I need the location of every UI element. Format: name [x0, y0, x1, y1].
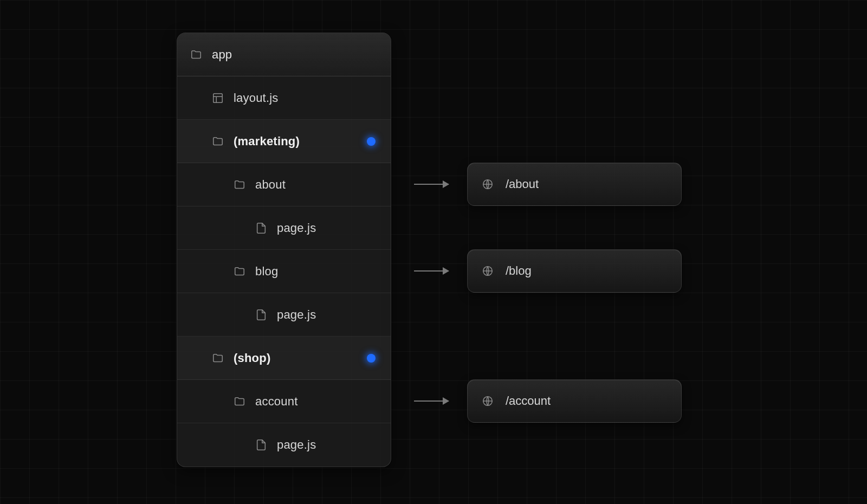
route-path: /account [506, 394, 551, 408]
tree-item-label: page.js [277, 438, 316, 452]
route-group-dot-icon [367, 137, 376, 146]
arrow-icon [414, 400, 449, 402]
globe-icon [482, 395, 494, 407]
arrow-icon [414, 270, 449, 272]
tree-item-label: page.js [277, 221, 316, 235]
tree-row-account: account [177, 380, 391, 423]
globe-icon [482, 178, 494, 190]
tree-item-label: page.js [277, 308, 316, 322]
diagram-stage: app layout.js (marketing) about p [0, 0, 867, 504]
tree-row-shop: (shop) [177, 337, 391, 380]
folder-icon [190, 49, 202, 61]
tree-item-label: (marketing) [234, 134, 300, 148]
tree-item-label: (shop) [234, 351, 270, 365]
tree-item-label: blog [255, 264, 278, 279]
tree-row-about-page: page.js [177, 206, 391, 250]
tree-item-label: account [255, 395, 297, 409]
tree-root-label: app [212, 48, 232, 62]
route-pill-blog: /blog [467, 249, 682, 293]
tree-row-layout: layout.js [177, 76, 391, 120]
folder-icon [234, 266, 245, 277]
tree-item-label: about [255, 178, 286, 192]
folder-icon [234, 396, 245, 408]
folder-icon [212, 135, 224, 147]
layout-icon [212, 92, 224, 104]
file-icon [255, 309, 267, 321]
tree-row-blog-page: page.js [177, 293, 391, 337]
tree-root-row: app [177, 33, 391, 76]
arrow-icon [414, 184, 449, 185]
tree-item-label: layout.js [234, 91, 279, 105]
svg-rect-0 [213, 93, 223, 102]
route-pill-account: /account [467, 379, 682, 423]
file-tree-panel: app layout.js (marketing) about p [177, 33, 391, 467]
tree-row-account-page: page.js [177, 423, 391, 467]
file-icon [255, 222, 267, 234]
tree-row-about: about [177, 163, 391, 206]
folder-icon [234, 179, 245, 191]
route-pill-about: /about [467, 163, 682, 206]
route-path: /blog [506, 264, 532, 278]
tree-row-marketing: (marketing) [177, 120, 391, 163]
route-group-dot-icon [367, 354, 376, 363]
route-path: /about [506, 177, 539, 191]
globe-icon [482, 265, 494, 277]
folder-icon [212, 352, 224, 364]
file-icon [255, 439, 267, 451]
tree-row-blog: blog [177, 250, 391, 293]
